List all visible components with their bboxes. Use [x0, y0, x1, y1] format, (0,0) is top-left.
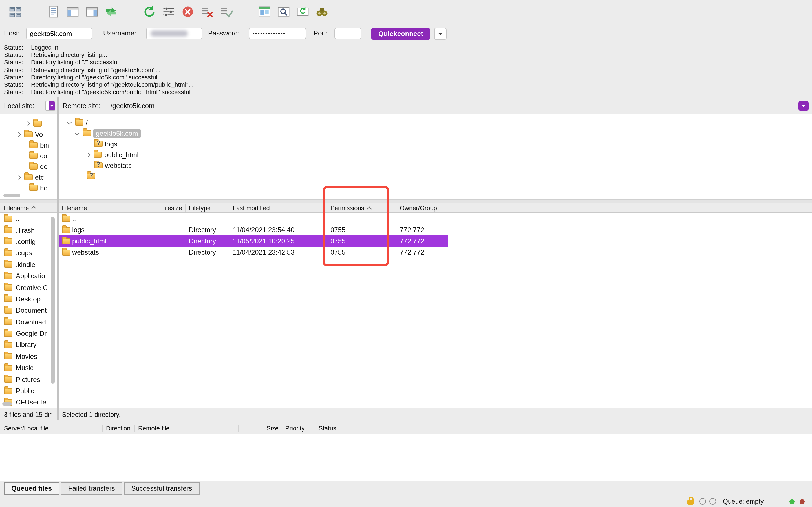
local-file-row[interactable]: ? Document [0, 305, 57, 316]
local-site-dropdown[interactable] [45, 101, 55, 111]
vertical-scrollbar[interactable] [51, 217, 55, 384]
tree-item[interactable]: ? logs [59, 138, 812, 149]
remote-file-row[interactable]: ? webstats Directory 11/04/2021 23:42:53… [59, 247, 448, 258]
local-list-header[interactable]: Filename [0, 203, 57, 213]
pane-splitter[interactable] [57, 98, 59, 420]
column-separator[interactable] [134, 425, 135, 432]
port-input[interactable] [335, 27, 361, 40]
disconnect-button[interactable] [199, 4, 215, 21]
column-separator[interactable] [401, 425, 402, 432]
local-file-row[interactable]: ? Pictures [0, 374, 57, 385]
column-separator[interactable] [326, 204, 326, 212]
chevron-icon[interactable] [16, 131, 22, 137]
tree-item[interactable]: ? bin [0, 140, 57, 151]
last-modified-column-header[interactable]: Last modified [233, 203, 270, 213]
quickconnect-dropdown-button[interactable] [434, 27, 447, 40]
chevron-icon[interactable] [74, 130, 81, 136]
column-separator[interactable] [185, 204, 186, 212]
tab-successful-transfers[interactable]: Successful transfers [124, 482, 199, 495]
tree-item[interactable]: ? etc [0, 172, 57, 182]
password-input[interactable] [249, 27, 306, 40]
speed-limit-icon[interactable] [699, 498, 706, 505]
horizontal-splitter[interactable] [0, 200, 812, 203]
horizontal-scrollbar[interactable] [3, 194, 20, 197]
remote-file-column-header[interactable]: Remote file [138, 425, 169, 432]
filename-column-header[interactable]: Filename [61, 203, 87, 213]
column-separator[interactable] [453, 204, 453, 212]
tree-item[interactable]: ? [0, 118, 57, 129]
local-file-row[interactable]: ? Library [0, 339, 57, 351]
direction-column-header[interactable]: Direction [106, 425, 131, 432]
local-file-row[interactable]: ? Movies [0, 351, 57, 362]
folder-icon: ? [4, 227, 12, 233]
tree-item[interactable]: ? / [59, 117, 812, 128]
remote-file-row[interactable]: ? public_html Directory 11/05/2021 10:20… [59, 235, 448, 247]
filetype-column-header[interactable]: Filetype [189, 203, 211, 213]
column-separator[interactable] [281, 425, 282, 432]
tree-item[interactable]: ? geekto5k.com [59, 128, 812, 138]
remote-tree-toggle-button[interactable] [84, 4, 100, 21]
server-local-file-column-header[interactable]: Server/Local file [4, 425, 49, 432]
owner-group-column-header[interactable]: Owner/Group [400, 203, 437, 213]
status-column-header[interactable]: Status [319, 425, 336, 432]
chevron-icon[interactable] [16, 174, 22, 180]
local-file-row[interactable]: ? Public [0, 385, 57, 397]
tree-item[interactable]: ? co [0, 151, 57, 161]
host-input[interactable] [26, 27, 93, 40]
file-search-button[interactable] [275, 4, 292, 21]
priority-column-header[interactable]: Priority [285, 425, 305, 432]
refresh-button[interactable] [141, 4, 158, 21]
status-message: Directory listing of "/geekto5k.com/publ… [31, 89, 191, 96]
chevron-icon[interactable] [66, 119, 73, 126]
tree-item[interactable]: ? Vo [0, 129, 57, 140]
local-file-row[interactable]: ? Download [0, 316, 57, 328]
local-tree-toggle-button[interactable] [64, 4, 81, 21]
directory-comparison-button[interactable] [256, 4, 273, 21]
column-separator[interactable] [102, 425, 103, 432]
permissions-column-header[interactable]: Permissions [331, 203, 373, 213]
horizontal-scrollbar[interactable] [2, 402, 12, 406]
remote-file-row[interactable]: ? logs Directory 11/04/2021 23:54:40 075… [59, 224, 448, 235]
tls-lock-icon[interactable] [688, 500, 694, 505]
file-permissions: 0755 [331, 248, 345, 256]
filesize-column-header[interactable]: Filesize [144, 203, 182, 213]
local-file-row[interactable]: ? .cups [0, 247, 57, 259]
site-manager-button[interactable] [7, 4, 24, 21]
column-separator[interactable] [394, 204, 394, 212]
local-file-row[interactable]: ? .. [0, 213, 57, 224]
message-log-toggle-button[interactable] [45, 4, 62, 21]
synchronized-browsing-button[interactable] [294, 4, 311, 21]
tab-failed-transfers[interactable]: Failed transfers [61, 482, 122, 495]
local-file-row[interactable]: ? .Trash [0, 224, 57, 236]
local-file-row[interactable]: ? Creative C [0, 282, 57, 293]
filter-button[interactable] [160, 4, 177, 21]
quickconnect-button[interactable]: Quickconnect [371, 27, 430, 40]
local-file-row[interactable]: ? Applicatio [0, 270, 57, 282]
local-file-row[interactable]: ? Desktop [0, 293, 57, 305]
column-separator[interactable] [144, 204, 144, 212]
cancel-button[interactable] [179, 4, 196, 21]
tree-item[interactable]: ? public_html [59, 149, 812, 160]
find-files-button[interactable] [313, 4, 331, 21]
tree-item[interactable]: ? [59, 171, 812, 181]
remote-site-dropdown-button[interactable] [799, 101, 809, 111]
chevron-icon[interactable] [85, 152, 91, 158]
transfer-queue-toggle-button[interactable] [103, 4, 119, 21]
column-separator[interactable] [238, 425, 239, 432]
reconnect-button[interactable] [218, 4, 235, 21]
local-file-row[interactable]: ? Google Dr [0, 328, 57, 339]
column-separator[interactable] [311, 425, 311, 432]
activity-icon[interactable] [709, 498, 716, 505]
size-column-header[interactable]: Size [243, 425, 278, 432]
filename-column-header[interactable]: Filename [3, 204, 29, 211]
remote-file-row[interactable]: ? .. [59, 213, 448, 224]
column-separator[interactable] [231, 204, 231, 212]
tree-item[interactable]: ? webstats [59, 160, 812, 171]
tab-queued-files[interactable]: Queued files [4, 482, 59, 495]
local-file-row[interactable]: ? .kindle [0, 259, 57, 270]
chevron-icon[interactable] [25, 121, 31, 127]
tree-item[interactable]: ? ho [0, 182, 57, 193]
local-file-row[interactable]: ? .config [0, 236, 57, 247]
tree-item[interactable]: ? de [0, 161, 57, 172]
local-file-row[interactable]: ? Music [0, 362, 57, 374]
